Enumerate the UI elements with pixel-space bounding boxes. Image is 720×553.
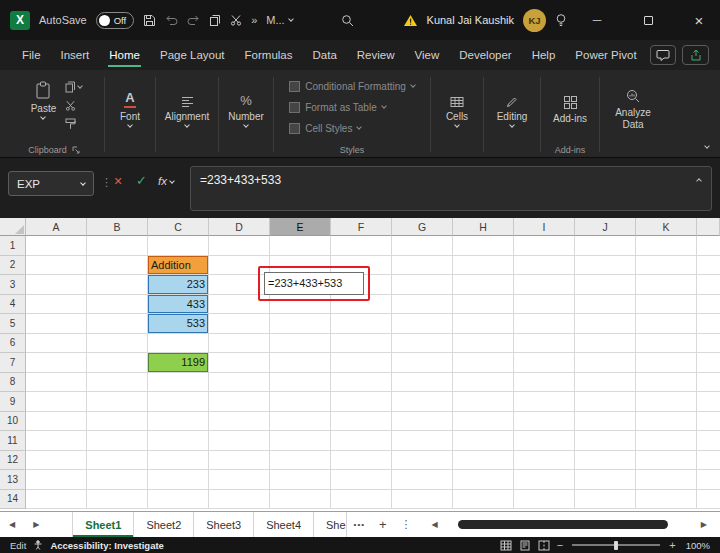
- cell-C10[interactable]: [148, 412, 209, 432]
- cell-B1[interactable]: [87, 236, 148, 256]
- cell-G14[interactable]: [392, 490, 453, 510]
- horizontal-scrollbar[interactable]: ◀ ▶: [419, 512, 720, 537]
- page-layout-view-button[interactable]: [519, 540, 531, 551]
- user-name[interactable]: Kunal Jai Kaushik: [427, 14, 514, 26]
- cell-H14[interactable]: [453, 490, 514, 510]
- cell-I2[interactable]: [514, 256, 575, 276]
- cell-H4[interactable]: [453, 295, 514, 315]
- lightbulb-icon[interactable]: [555, 13, 567, 27]
- cell-H8[interactable]: [453, 373, 514, 393]
- cell-E13[interactable]: [270, 470, 331, 490]
- cell-G8[interactable]: [392, 373, 453, 393]
- sheet-tab-she[interactable]: She: [314, 512, 347, 537]
- cell-F6[interactable]: [331, 334, 392, 354]
- cell-A5[interactable]: [26, 314, 87, 334]
- cell-D10[interactable]: [209, 412, 270, 432]
- cell-I14[interactable]: [514, 490, 575, 510]
- scroll-right-icon[interactable]: ▶: [692, 520, 716, 529]
- column-header-I[interactable]: I: [514, 218, 575, 236]
- sheet-tab-sheet1[interactable]: Sheet1: [72, 512, 134, 537]
- cell-H12[interactable]: [453, 451, 514, 471]
- excel-app-icon[interactable]: X: [10, 11, 30, 30]
- cell-F13[interactable]: [331, 470, 392, 490]
- cut-icon[interactable]: [65, 100, 82, 111]
- menu-tab-data[interactable]: Data: [303, 40, 347, 70]
- column-header-E[interactable]: E: [270, 218, 331, 236]
- cell-G11[interactable]: [392, 431, 453, 451]
- cell-I12[interactable]: [514, 451, 575, 471]
- menu-tab-developer[interactable]: Developer: [449, 40, 521, 70]
- cell-F8[interactable]: [331, 373, 392, 393]
- toolbar-overflow-menu[interactable]: M...: [266, 14, 292, 26]
- cell-B12[interactable]: [87, 451, 148, 471]
- cell-I7[interactable]: [514, 353, 575, 373]
- cell-C4[interactable]: 433: [148, 295, 209, 315]
- cell-J8[interactable]: [575, 373, 636, 393]
- menu-tab-page-layout[interactable]: Page Layout: [150, 40, 235, 70]
- new-sheet-button[interactable]: +: [372, 512, 394, 537]
- cell-I1[interactable]: [514, 236, 575, 256]
- cell-F7[interactable]: [331, 353, 392, 373]
- accessibility-icon[interactable]: [33, 540, 43, 550]
- scrollbar-thumb[interactable]: [458, 520, 668, 529]
- row-header-2[interactable]: 2: [0, 256, 26, 276]
- cell-C6[interactable]: [148, 334, 209, 354]
- cell-F12[interactable]: [331, 451, 392, 471]
- cell-B4[interactable]: [87, 295, 148, 315]
- row-header-7[interactable]: 7: [0, 353, 26, 373]
- cell-I11[interactable]: [514, 431, 575, 451]
- format-painter-icon[interactable]: [65, 118, 82, 130]
- cell-E11[interactable]: [270, 431, 331, 451]
- cancel-icon[interactable]: ×: [114, 174, 122, 188]
- row-header-3[interactable]: 3: [0, 275, 26, 295]
- cell-H11[interactable]: [453, 431, 514, 451]
- copy-icon[interactable]: [209, 14, 221, 27]
- sheet-tab-sheet4[interactable]: Sheet4: [254, 512, 314, 537]
- cell-H7[interactable]: [453, 353, 514, 373]
- cell-H5[interactable]: [453, 314, 514, 334]
- ribbon-item-cell-styles[interactable]: Cell Styles: [289, 118, 415, 139]
- cell-E14[interactable]: [270, 490, 331, 510]
- cell-B2[interactable]: [87, 256, 148, 276]
- cell-C9[interactable]: [148, 392, 209, 412]
- sheet-tab-sheet3[interactable]: Sheet3: [194, 512, 254, 537]
- cell-I9[interactable]: [514, 392, 575, 412]
- cell-C7[interactable]: 1199: [148, 353, 209, 373]
- row-header-6[interactable]: 6: [0, 334, 26, 354]
- cell-K4[interactable]: [636, 295, 697, 315]
- cell-C13[interactable]: [148, 470, 209, 490]
- cell-C5[interactable]: 533: [148, 314, 209, 334]
- column-header-D[interactable]: D: [209, 218, 270, 236]
- cell-J9[interactable]: [575, 392, 636, 412]
- save-icon[interactable]: [143, 14, 156, 27]
- alignment-group-button[interactable]: Alignment: [160, 86, 214, 129]
- cell-E1[interactable]: [270, 236, 331, 256]
- row-header-1[interactable]: 1: [0, 236, 26, 256]
- cell-D7[interactable]: [209, 353, 270, 373]
- cell-K1[interactable]: [636, 236, 697, 256]
- formula-input[interactable]: =233+433+533: [190, 166, 712, 211]
- cell-A2[interactable]: [26, 256, 87, 276]
- cell-J14[interactable]: [575, 490, 636, 510]
- cell-A8[interactable]: [26, 373, 87, 393]
- cell-K8[interactable]: [636, 373, 697, 393]
- cell-K9[interactable]: [636, 392, 697, 412]
- cell-B11[interactable]: [87, 431, 148, 451]
- cell-D5[interactable]: [209, 314, 270, 334]
- warning-icon[interactable]: [403, 14, 418, 27]
- cell-B9[interactable]: [87, 392, 148, 412]
- cells-group-button[interactable]: Cells: [441, 86, 473, 129]
- cell-C3[interactable]: 233: [148, 275, 209, 295]
- more-sheets-icon[interactable]: •••: [347, 512, 372, 537]
- cell-B3[interactable]: [87, 275, 148, 295]
- cell-H3[interactable]: [453, 275, 514, 295]
- accessibility-status[interactable]: Accessibility: Investigate: [50, 540, 164, 551]
- cell-E8[interactable]: [270, 373, 331, 393]
- enter-icon[interactable]: ✓: [136, 174, 147, 187]
- menu-tab-insert[interactable]: Insert: [51, 40, 100, 70]
- column-header-F[interactable]: F: [331, 218, 392, 236]
- row-header-14[interactable]: 14: [0, 490, 26, 510]
- cell-F1[interactable]: [331, 236, 392, 256]
- sheet-nav-left-icon[interactable]: ◀: [0, 512, 24, 537]
- cell-G6[interactable]: [392, 334, 453, 354]
